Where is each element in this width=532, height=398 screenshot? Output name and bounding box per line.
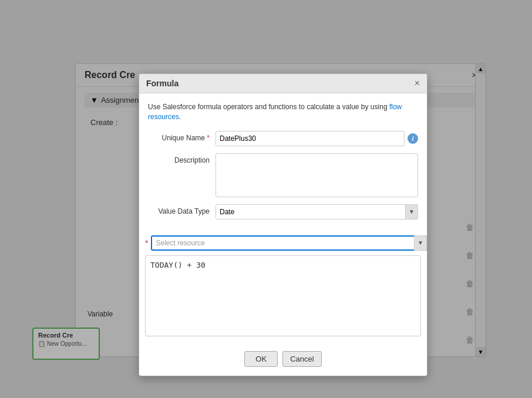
resource-select[interactable]: Select resource (151, 235, 427, 251)
resource-row: * Select resource ▼ (139, 235, 427, 251)
flow-resources-link[interactable]: flow resources (148, 103, 402, 121)
value-data-type-select[interactable]: Date Text Number Currency Boolean DateTi… (216, 204, 418, 220)
resource-select-wrapper: Select resource ▼ (151, 235, 427, 251)
value-data-type-label: Value Data Type (148, 204, 216, 215)
dialog-close-button[interactable]: × (415, 79, 420, 88)
ok-button[interactable]: OK (244, 351, 278, 367)
value-data-type-select-wrapper: Date Text Number Currency Boolean DateTi… (216, 204, 418, 220)
unique-name-required: * (207, 134, 210, 142)
value-data-type-row: Value Data Type Date Text Number Currenc… (148, 204, 418, 220)
dialog-body: Use Salesforce formula operators and fun… (139, 93, 427, 235)
formula-dialog: Formula × Use Salesforce formula operato… (139, 73, 427, 376)
description-row: Description (148, 153, 418, 197)
resource-required-star: * (145, 238, 148, 248)
description-label: Description (148, 153, 216, 164)
unique-name-label: Unique Name * (148, 131, 216, 142)
dialog-description: Use Salesforce formula operators and fun… (148, 102, 418, 122)
value-data-type-control: Date Text Number Currency Boolean DateTi… (216, 204, 418, 220)
formula-textarea[interactable]: TODAY() + 30 (145, 255, 421, 336)
unique-name-control: i (216, 131, 418, 146)
cancel-button[interactable]: Cancel (282, 351, 321, 367)
dialog-header: Formula × (139, 74, 427, 93)
dialog-footer: OK Cancel (139, 345, 427, 376)
description-textarea[interactable] (216, 153, 418, 197)
description-control (216, 153, 418, 197)
unique-name-row: Unique Name * i (148, 131, 418, 146)
formula-area-wrapper: TODAY() + 30 (139, 255, 427, 338)
info-icon[interactable]: i (408, 133, 418, 144)
unique-name-input[interactable] (216, 131, 405, 146)
dialog-title: Formula (146, 79, 179, 88)
